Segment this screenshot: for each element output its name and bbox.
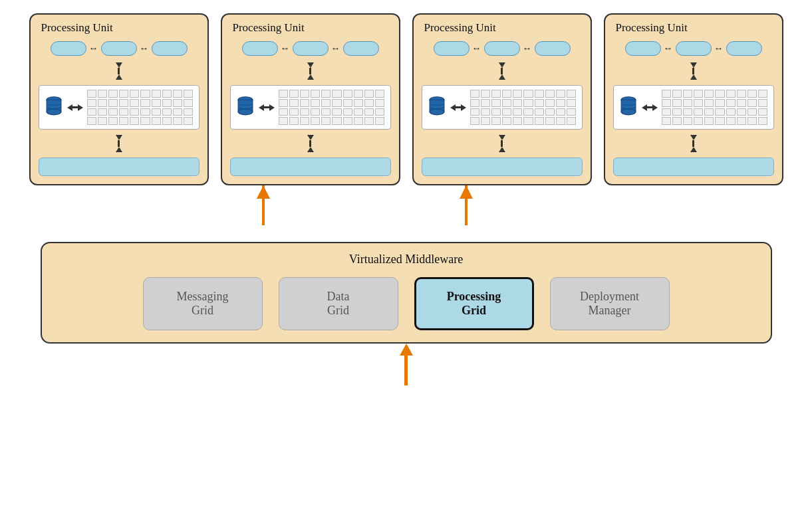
small-shaft-1 bbox=[118, 68, 120, 74]
node-3-2 bbox=[484, 41, 520, 56]
middleware-messaging-grid: Messaging Grid bbox=[143, 277, 263, 330]
arrow-h-8: ↔ bbox=[714, 44, 724, 53]
svg-point-2 bbox=[47, 108, 61, 114]
svg-marker-15 bbox=[460, 185, 473, 199]
node-3-3 bbox=[535, 41, 571, 56]
small-head-down-1 bbox=[116, 62, 122, 68]
grid-2 bbox=[279, 90, 385, 125]
processing-unit-4: Processing Unit ↔ ↔ bbox=[604, 13, 783, 185]
node-1-2 bbox=[101, 41, 137, 56]
middleware-deployment-manager: Deployment Manager bbox=[550, 277, 670, 330]
grid-4 bbox=[662, 90, 768, 125]
node-row-1: ↔ ↔ bbox=[51, 41, 188, 56]
node-row-4: ↔ ↔ bbox=[625, 41, 762, 56]
middleware-processing-grid: Processing Grid bbox=[414, 277, 534, 330]
bottom-arrow-shaft bbox=[404, 356, 408, 385]
connectors-container bbox=[41, 185, 772, 242]
tiny-head-left-1 bbox=[67, 104, 72, 111]
svg-marker-13 bbox=[257, 185, 270, 199]
middleware-box: Virtualized Middleware Messaging Grid Da… bbox=[41, 242, 772, 344]
blue-bar-2 bbox=[230, 157, 391, 176]
inner-arrow-down-4b bbox=[690, 135, 697, 152]
inner-arrow-down-2b bbox=[307, 135, 314, 152]
node-row-3: ↔ ↔ bbox=[434, 41, 571, 56]
middleware-title: Virtualized Middleware bbox=[349, 253, 463, 266]
node-row-2: ↔ ↔ bbox=[242, 41, 379, 56]
node-4-1 bbox=[625, 41, 661, 56]
bottom-arrow-head bbox=[400, 344, 413, 356]
blue-bar-1 bbox=[39, 157, 200, 176]
blue-bar-4 bbox=[613, 157, 774, 176]
middleware-data-grid: Data Grid bbox=[279, 277, 398, 330]
svg-point-8 bbox=[430, 108, 444, 114]
node-4-3 bbox=[726, 41, 762, 56]
node-1-1 bbox=[51, 41, 86, 56]
svg-point-11 bbox=[621, 108, 636, 114]
inner-arrow-down-3b bbox=[499, 135, 505, 152]
node-4-2 bbox=[676, 41, 712, 56]
inner-arrow-down-1 bbox=[116, 62, 122, 80]
arrow-h-2: ↔ bbox=[140, 44, 149, 53]
arrow-h-7: ↔ bbox=[664, 44, 673, 53]
small-head-down-1b bbox=[116, 135, 122, 140]
small-shaft-1b bbox=[118, 140, 120, 147]
inner-arrow-down-3 bbox=[499, 62, 505, 80]
small-head-up-1 bbox=[116, 74, 122, 80]
connectors-svg bbox=[41, 185, 772, 242]
db-arrow-3 bbox=[450, 104, 466, 111]
inner-arrow-down-2 bbox=[307, 62, 314, 80]
db-arrow-2 bbox=[259, 104, 275, 111]
tiny-shaft-h-1 bbox=[72, 106, 78, 108]
processing-unit-title-1: Processing Unit bbox=[39, 21, 113, 35]
svg-point-5 bbox=[238, 108, 253, 114]
grid-3 bbox=[470, 90, 577, 125]
db-icon-4 bbox=[619, 96, 638, 120]
processing-unit-title-4: Processing Unit bbox=[613, 21, 688, 35]
middleware-components: Messaging Grid Data Grid Processing Grid… bbox=[143, 277, 670, 330]
processing-unit-3: Processing Unit ↔ ↔ bbox=[412, 13, 592, 185]
arrow-h-3: ↔ bbox=[281, 44, 290, 53]
node-3-1 bbox=[434, 41, 470, 56]
tiny-head-right-1 bbox=[78, 104, 83, 111]
node-1-3 bbox=[152, 41, 188, 56]
node-2-1 bbox=[242, 41, 278, 56]
db-arrow-4 bbox=[642, 104, 658, 111]
processing-unit-title-2: Processing Unit bbox=[230, 21, 305, 35]
processing-unit-1: Processing Unit ↔ ↔ bbox=[29, 13, 209, 185]
bottom-orange-arrow bbox=[400, 344, 413, 385]
db-icon-3 bbox=[428, 96, 446, 120]
main-container: Processing Unit ↔ ↔ bbox=[0, 0, 812, 517]
small-head-up-1b bbox=[116, 147, 122, 152]
db-icon-2 bbox=[236, 96, 255, 120]
grid-1 bbox=[87, 90, 194, 125]
bottom-arrow-section bbox=[13, 344, 799, 383]
processing-unit-title-3: Processing Unit bbox=[422, 21, 496, 35]
db-arrow-1 bbox=[67, 104, 83, 111]
inner-arrow-down-4 bbox=[690, 62, 697, 80]
inner-box-1 bbox=[39, 85, 200, 130]
arrow-h-1: ↔ bbox=[89, 44, 98, 53]
arrow-h-5: ↔ bbox=[472, 44, 481, 53]
processing-units-row: Processing Unit ↔ ↔ bbox=[29, 13, 783, 185]
inner-box-2 bbox=[230, 85, 391, 130]
node-2-3 bbox=[343, 41, 379, 56]
arrow-h-6: ↔ bbox=[523, 44, 532, 53]
node-2-2 bbox=[293, 41, 329, 56]
blue-bar-3 bbox=[422, 157, 583, 176]
processing-unit-2: Processing Unit ↔ ↔ bbox=[221, 13, 400, 185]
db-icon-1 bbox=[45, 96, 63, 120]
inner-box-4 bbox=[613, 85, 774, 130]
arrow-h-4: ↔ bbox=[331, 44, 340, 53]
inner-box-3 bbox=[422, 85, 583, 130]
inner-arrow-down-1b bbox=[116, 135, 122, 152]
